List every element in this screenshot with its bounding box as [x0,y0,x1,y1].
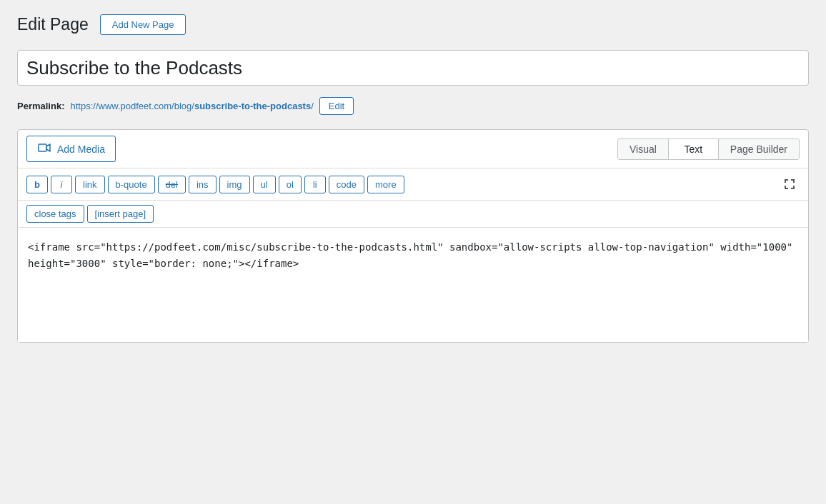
permalink-row: Permalink: https://www.podfeet.com/blog/… [17,97,809,115]
add-media-icon [37,141,51,157]
link-btn[interactable]: link [75,176,105,193]
media-svg-icon [37,141,51,155]
tab-text[interactable]: Text [669,139,719,159]
permalink-label: Permalink: [17,101,64,111]
img-btn[interactable]: img [219,176,250,193]
svg-rect-0 [39,144,46,151]
ul-btn[interactable]: ul [253,176,276,193]
bold-btn[interactable]: b [26,176,48,193]
tab-visual[interactable]: Visual [618,139,669,159]
more-btn[interactable]: more [367,176,404,193]
ol-btn[interactable]: ol [279,176,302,193]
fullscreen-button[interactable] [780,174,800,194]
permalink-url-base: https://www.podfeet.com/blog/ [70,101,194,111]
edit-permalink-button[interactable]: Edit [319,97,354,115]
li-btn[interactable]: li [304,176,326,193]
add-media-button[interactable]: Add Media [26,136,116,162]
permalink-url-slug: subscribe-to-the-podcasts [194,101,311,111]
editor-content-area[interactable]: <iframe src="https://podfeet.com/misc/su… [18,228,808,342]
title-input-wrapper [17,50,809,86]
page-title-input[interactable] [26,55,800,81]
add-new-page-button[interactable]: Add New Page [100,14,186,35]
ins-btn[interactable]: ins [189,176,217,193]
editor-wrapper: Add Media Visual Text Page Builder b i l… [17,129,809,343]
permalink-url[interactable]: https://www.podfeet.com/blog/subscribe-t… [70,101,313,111]
page-header: Edit Page Add New Page [17,14,809,36]
format-buttons-row2: close tags [insert page] [18,201,808,228]
editor-topbar: Add Media Visual Text Page Builder [18,130,808,168]
tab-page-builder[interactable]: Page Builder [719,139,799,159]
close-tags-btn[interactable]: close tags [26,205,84,223]
page-title: Edit Page [17,14,89,36]
add-media-label: Add Media [57,143,105,155]
fullscreen-icon [782,177,797,191]
insert-page-btn[interactable]: [insert page] [87,205,154,223]
view-tabs: Visual Text Page Builder [617,138,800,160]
permalink-url-suffix: / [311,101,314,111]
blockquote-btn[interactable]: b-quote [108,176,155,193]
del-btn[interactable]: del [158,176,186,193]
code-btn[interactable]: code [329,176,364,193]
italic-btn[interactable]: i [51,176,72,193]
format-buttons-row1: b i link b-quote del ins img ul ol li co… [18,168,808,201]
